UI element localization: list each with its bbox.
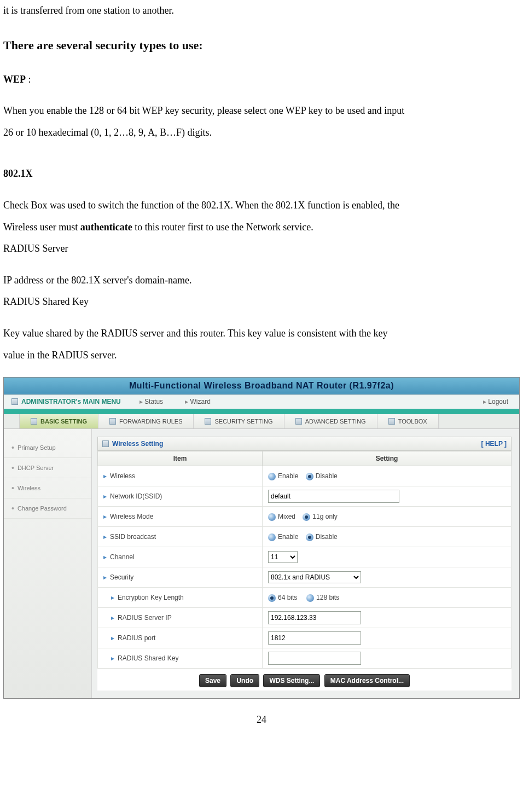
radio-bc-disable[interactable] bbox=[306, 533, 313, 541]
security-select[interactable]: 802.1x and RADIUS bbox=[268, 571, 361, 583]
content-area: Wireless Setting [ HELP ] Item Setting ▸… bbox=[92, 429, 519, 698]
undo-button[interactable]: Undo bbox=[230, 674, 259, 687]
sidebar-item-primary-setup[interactable]: Primary Setup bbox=[4, 438, 91, 458]
radio-11g[interactable] bbox=[303, 513, 310, 521]
row-wireless: Wireless bbox=[110, 472, 135, 480]
radio-enable[interactable] bbox=[268, 473, 276, 480]
wizard-link[interactable]: ▸ Wizard bbox=[174, 398, 222, 405]
square-icon bbox=[295, 418, 302, 425]
ip-line: IP address or the 802.1X server's domain… bbox=[0, 270, 523, 292]
shared-key-line: RADIUS Shared Key bbox=[0, 291, 523, 313]
page-number: 24 bbox=[0, 714, 523, 726]
8021x-p1a: Check Box was used to switch the functio… bbox=[0, 195, 523, 217]
panel-title: Wireless Setting bbox=[112, 440, 163, 448]
radio-bc-enable[interactable] bbox=[268, 533, 276, 541]
panel-header: Wireless Setting [ HELP ] bbox=[97, 437, 512, 451]
wep-p2: 26 or 10 hexadecimal (0, 1, 2…8, 9, A, B… bbox=[0, 122, 523, 144]
row-keylen: Encryption Key Length bbox=[118, 594, 184, 601]
tab-security-setting[interactable]: SECURITY SETTING bbox=[194, 414, 284, 428]
8021x-label: 802.1X bbox=[0, 163, 523, 185]
tab-forwarding-rules[interactable]: FORWARDING RULES bbox=[98, 414, 194, 428]
radio-64bits[interactable] bbox=[268, 594, 276, 602]
table-row: ▸Network ID(SSID) bbox=[98, 486, 512, 507]
square-icon bbox=[102, 440, 109, 447]
table-row: ▸Channel 11 bbox=[98, 547, 512, 567]
mac-control-button[interactable]: MAC Address Control... bbox=[324, 674, 410, 687]
p1b-pre: Wireless user must bbox=[3, 222, 80, 233]
row-channel: Channel bbox=[110, 553, 135, 561]
row-mode: Wireless Mode bbox=[110, 513, 153, 520]
key-value-line1: Key value shared by the RADIUS server an… bbox=[0, 323, 523, 345]
8021x-p1b: Wireless user must authenticate to this … bbox=[0, 217, 523, 239]
row-ssid: Network ID(SSID) bbox=[110, 492, 162, 500]
table-row: ▸RADIUS Shared Key bbox=[98, 648, 512, 669]
p1b-bold: authenticate bbox=[80, 222, 132, 233]
wds-setting-button[interactable]: WDS Setting... bbox=[263, 674, 320, 687]
tab-toolbox[interactable]: TOOLBOX bbox=[377, 414, 439, 428]
radio-disable[interactable] bbox=[306, 473, 313, 480]
row-broadcast: SSID broadcast bbox=[110, 533, 156, 541]
wep-p1: When you enable the 128 or 64 bit WEP ke… bbox=[0, 100, 523, 122]
router-screenshot: Multi-Functional Wireless Broadband NAT … bbox=[3, 377, 520, 699]
doc-heading: There are several security types to use: bbox=[0, 38, 523, 53]
row-security: Security bbox=[110, 573, 133, 581]
table-row: ▸SSID broadcast Enable Disable bbox=[98, 527, 512, 547]
col-item: Item bbox=[98, 451, 263, 466]
table-row: ▸Security 802.1x and RADIUS bbox=[98, 567, 512, 588]
sidebar-item-change-password[interactable]: Change Password bbox=[4, 498, 91, 519]
row-radius-port: RADIUS port bbox=[118, 634, 155, 642]
router-title: Multi-Functional Wireless Broadband NAT … bbox=[4, 378, 519, 395]
main-tabs: BASIC SETTING FORWARDING RULES SECURITY … bbox=[4, 414, 519, 429]
logout-link[interactable]: ▸ Logout bbox=[472, 398, 519, 405]
sidebar: Primary Setup DHCP Server Wireless Chang… bbox=[4, 429, 92, 698]
save-button[interactable]: Save bbox=[199, 674, 226, 687]
wep-label: WEP bbox=[3, 74, 26, 85]
square-icon bbox=[11, 398, 18, 405]
ssid-input[interactable] bbox=[268, 490, 399, 503]
status-link[interactable]: ▸ Status bbox=[129, 398, 174, 405]
radio-mixed[interactable] bbox=[268, 513, 276, 521]
sidebar-item-dhcp-server[interactable]: DHCP Server bbox=[4, 458, 91, 478]
row-radius-key: RADIUS Shared Key bbox=[118, 654, 178, 662]
table-row: ▸RADIUS Server IP bbox=[98, 608, 512, 628]
router-body: Primary Setup DHCP Server Wireless Chang… bbox=[4, 429, 519, 698]
doc-line: it is transferred from one station to an… bbox=[0, 0, 523, 22]
square-icon bbox=[109, 418, 116, 425]
square-icon bbox=[31, 418, 37, 425]
radius-ip-input[interactable] bbox=[268, 611, 361, 624]
button-row: Save Undo WDS Setting... MAC Address Con… bbox=[98, 669, 512, 691]
tab-advanced-setting[interactable]: ADVANCED SETTING bbox=[284, 414, 377, 428]
table-row: ▸Wireless Enable Disable bbox=[98, 466, 512, 486]
table-row: ▸Encryption Key Length 64 bits 128 bits bbox=[98, 588, 512, 608]
radio-128bits[interactable] bbox=[306, 594, 314, 602]
wep-label-line: WEP : bbox=[0, 69, 523, 91]
teal-strip bbox=[4, 410, 519, 414]
admin-text: ADMINISTRATOR's MAIN MENU bbox=[21, 398, 121, 405]
row-radius-ip: RADIUS Server IP bbox=[118, 614, 172, 622]
square-icon bbox=[388, 418, 395, 425]
radius-server-line: RADIUS Server bbox=[0, 238, 523, 260]
key-value-line2: value in the RADIUS server. bbox=[0, 345, 523, 367]
tab-basic-setting[interactable]: BASIC SETTING bbox=[20, 414, 98, 428]
table-row: ▸RADIUS port bbox=[98, 628, 512, 648]
colon: : bbox=[26, 74, 31, 85]
col-setting: Setting bbox=[263, 451, 512, 466]
router-menubar: ADMINISTRATOR's MAIN MENU ▸ Status ▸ Wiz… bbox=[4, 395, 519, 410]
radius-key-input[interactable] bbox=[268, 652, 361, 665]
table-row: ▸Wireless Mode Mixed 11g only bbox=[98, 507, 512, 527]
p1b-post: to this router first to use the Network … bbox=[132, 222, 313, 233]
sidebar-item-wireless[interactable]: Wireless bbox=[4, 478, 91, 498]
settings-table: Item Setting ▸Wireless Enable Disable ▸N… bbox=[97, 451, 512, 691]
help-link[interactable]: [ HELP ] bbox=[481, 440, 507, 448]
admin-menu-label: ADMINISTRATOR's MAIN MENU bbox=[4, 398, 129, 405]
channel-select[interactable]: 11 bbox=[268, 551, 298, 563]
radius-port-input[interactable] bbox=[268, 631, 361, 645]
square-icon bbox=[205, 418, 211, 425]
